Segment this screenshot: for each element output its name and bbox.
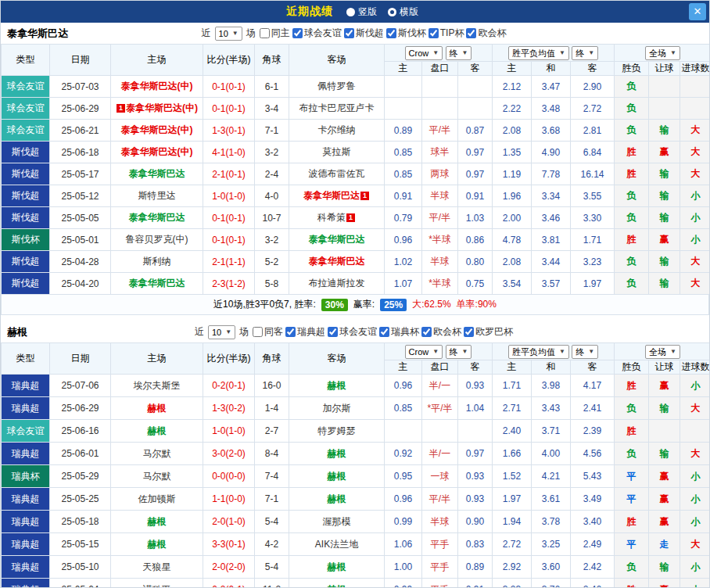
home-team-cell[interactable]: 泰拿华斯巴达 — [111, 207, 203, 229]
away-team-cell[interactable]: 泰拿华斯巴达 — [289, 229, 385, 251]
away-team-cell[interactable]: AIK法兰地 — [289, 533, 385, 556]
filter-option[interactable]: 球会友谊 — [328, 325, 377, 339]
bookmaker-select[interactable]: Crow▼ — [405, 46, 443, 60]
filter-checkbox[interactable] — [466, 28, 476, 38]
home-team-name[interactable]: 赫根 — [148, 403, 167, 414]
away-team-name[interactable]: 加尔斯 — [323, 403, 351, 414]
away-team-name[interactable]: 泰拿华斯巴达 — [309, 256, 365, 267]
score-cell[interactable]: 0-2(0-1) — [203, 375, 255, 397]
home-team-name[interactable]: 泰拿华斯巴达(中) — [121, 124, 193, 135]
away-team-cell[interactable]: 赫根 — [289, 443, 385, 465]
away-team-name[interactable]: 佩特罗鲁 — [318, 81, 356, 91]
home-team-name[interactable]: 泰拿华斯巴达 — [129, 168, 185, 179]
away-team-name[interactable]: 赫根 — [328, 380, 346, 391]
away-team-cell[interactable]: 赫根 — [289, 556, 385, 579]
score-cell[interactable]: 2-1(1-1) — [203, 251, 255, 273]
home-team-cell[interactable]: 诺科平 — [111, 579, 203, 588]
asia-final-select[interactable]: 终▼ — [446, 345, 472, 359]
euro-avg-select[interactable]: 胜平负均值▼ — [508, 46, 569, 60]
away-team-cell[interactable]: 特罗姆瑟 — [289, 420, 385, 443]
home-team-name[interactable]: 泰拿华斯巴达 — [129, 278, 185, 289]
filter-option[interactable]: 同客 — [253, 325, 283, 339]
filter-checkbox[interactable] — [421, 327, 432, 337]
home-team-cell[interactable]: 埃尔夫斯堡 — [111, 375, 203, 397]
home-team-name[interactable]: 泰拿华斯巴达(中) — [126, 102, 198, 113]
home-team-cell[interactable]: 马尔默 — [111, 465, 203, 488]
radio-selected-icon[interactable] — [388, 8, 396, 16]
score-cell[interactable]: 3-0(2-0) — [203, 443, 255, 465]
filter-checkbox[interactable] — [253, 327, 263, 337]
score-cell[interactable]: 3-3(0-1) — [203, 533, 255, 556]
layout-horizontal-radio[interactable]: 横版 — [388, 5, 418, 19]
radio-unselected-icon[interactable] — [346, 8, 355, 16]
filter-option[interactable]: 斯伐杯 — [386, 27, 426, 40]
score-cell[interactable]: 1-3(0-2) — [203, 397, 255, 420]
away-team-cell[interactable]: 泰拿华斯巴达1 — [289, 185, 385, 207]
home-team-cell[interactable]: 泰拿华斯巴达(中) — [111, 120, 203, 142]
filter-checkbox[interactable] — [292, 28, 303, 38]
home-team-cell[interactable]: 1泰拿华斯巴达(中) — [111, 98, 203, 120]
away-team-name[interactable]: 科希策 — [317, 212, 346, 223]
score-cell[interactable]: 2-3(1-2) — [203, 273, 255, 295]
euro-final-select[interactable]: 终▼ — [572, 345, 598, 359]
home-team-cell[interactable]: 天狼星 — [111, 556, 203, 579]
home-team-cell[interactable]: 斯利纳 — [111, 251, 203, 273]
away-team-name[interactable]: 赫根 — [328, 584, 346, 588]
filter-option[interactable]: 瑞典超 — [285, 325, 325, 339]
away-team-name[interactable]: 波德布雷佐瓦 — [309, 168, 365, 179]
score-cell[interactable]: 1-0(1-0) — [203, 420, 255, 443]
away-team-name[interactable]: 赫根 — [328, 471, 346, 482]
filter-checkbox[interactable] — [379, 327, 389, 337]
away-team-cell[interactable]: 赫根 — [289, 375, 385, 397]
score-cell[interactable]: 1-1(0-0) — [203, 488, 255, 511]
close-button[interactable]: ✕ — [689, 3, 706, 20]
score-cell[interactable]: 2-0(2-0) — [203, 556, 255, 579]
filter-checkbox[interactable] — [285, 327, 296, 337]
home-team-cell[interactable]: 马尔默 — [111, 443, 203, 465]
home-team-name[interactable]: 马尔默 — [143, 448, 171, 459]
filter-checkbox[interactable] — [344, 28, 354, 38]
away-team-name[interactable]: 泰拿华斯巴达 — [303, 190, 360, 201]
filter-option[interactable]: 欧会杯 — [421, 325, 461, 339]
home-team-name[interactable]: 泰拿华斯巴达 — [129, 212, 185, 223]
fullmatch-select[interactable]: 全场▼ — [645, 345, 680, 359]
filter-checkbox[interactable] — [429, 28, 439, 38]
home-team-name[interactable]: 天狼星 — [143, 561, 171, 572]
home-team-cell[interactable]: 赫根 — [111, 533, 203, 556]
filter-checkbox[interactable] — [464, 327, 474, 337]
away-team-name[interactable]: 赫根 — [328, 493, 346, 504]
away-team-cell[interactable]: 加尔斯 — [289, 397, 385, 420]
home-team-name[interactable]: 诺科平 — [143, 584, 171, 588]
score-cell[interactable]: 1-3(0-1) — [203, 120, 255, 142]
home-team-name[interactable]: 泰拿华斯巴达(中) — [121, 81, 193, 91]
home-team-name[interactable]: 埃尔夫斯堡 — [134, 380, 181, 391]
filter-option[interactable]: 球会友谊 — [292, 27, 342, 40]
home-team-cell[interactable]: 佐加顿斯 — [111, 488, 203, 511]
away-team-name[interactable]: 布拉卡巴尼亚卢卡 — [299, 102, 375, 113]
away-team-cell[interactable]: 泰拿华斯巴达 — [289, 251, 385, 273]
layout-vertical-radio[interactable]: 竖版 — [346, 5, 377, 19]
score-cell[interactable]: 0-1(0-1) — [203, 207, 255, 229]
score-cell[interactable]: 2-0(1-0) — [203, 511, 255, 533]
home-team-cell[interactable]: 泰拿华斯巴达(中) — [111, 142, 203, 163]
away-team-name[interactable]: 特罗姆瑟 — [318, 425, 356, 436]
asia-final-select[interactable]: 终▼ — [446, 46, 472, 60]
filter-option[interactable]: 欧罗巴杯 — [464, 325, 513, 339]
home-team-name[interactable]: 佐加顿斯 — [138, 493, 176, 504]
home-team-cell[interactable]: 鲁容贝罗克(中) — [111, 229, 203, 251]
away-team-cell[interactable]: 赫根 — [289, 488, 385, 511]
away-team-cell[interactable]: 布拉卡巴尼亚卢卡 — [289, 98, 385, 120]
away-team-cell[interactable]: 赫根 — [289, 579, 385, 588]
score-cell[interactable]: 2-1(0-1) — [203, 163, 255, 185]
score-cell[interactable]: 1-0(1-0) — [203, 185, 255, 207]
away-team-cell[interactable]: 卡尔维纳 — [289, 120, 385, 142]
away-team-name[interactable]: 渥那模 — [323, 516, 351, 527]
home-team-cell[interactable]: 斯特里达 — [111, 185, 203, 207]
away-team-name[interactable]: 莫拉斯 — [323, 146, 351, 157]
away-team-cell[interactable]: 赫根 — [289, 465, 385, 488]
fullmatch-select[interactable]: 全场▼ — [645, 46, 680, 60]
score-cell[interactable]: 4-1(1-0) — [203, 142, 255, 163]
filter-option[interactable]: 同主 — [260, 27, 290, 40]
filter-option[interactable]: 瑞典杯 — [379, 325, 419, 339]
score-cell[interactable]: 0-1(0-1) — [203, 229, 255, 251]
